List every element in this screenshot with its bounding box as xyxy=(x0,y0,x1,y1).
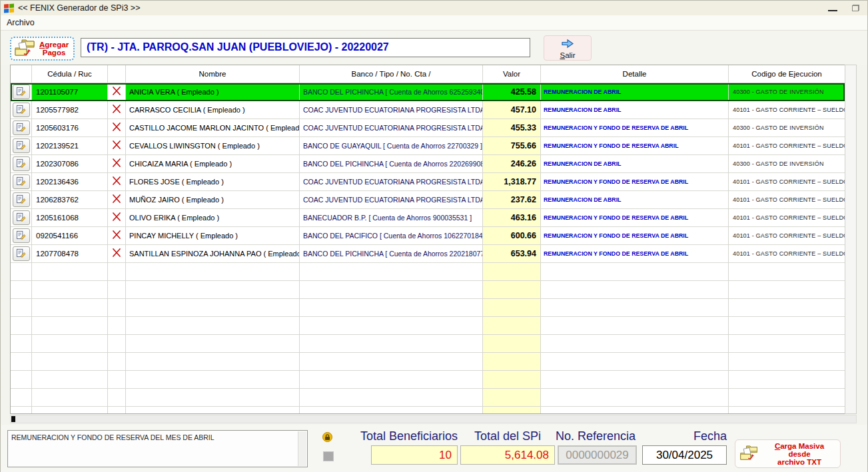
detalle-cell[interactable]: REMUNERACION Y FONDO DE RESERVA DE ABRIL xyxy=(541,245,729,263)
cedula-cell[interactable]: 1205603176 xyxy=(32,119,108,137)
carga-masiva-button[interactable]: Carga Masiva desde archivo TXT xyxy=(735,439,841,468)
header-nombre[interactable]: Nombre xyxy=(126,65,300,83)
detalle-cell[interactable]: REMUNERACION DE ABRIL xyxy=(541,191,729,209)
gray-indicator-button[interactable] xyxy=(323,451,334,461)
salir-button[interactable]: Salir xyxy=(544,35,592,61)
empty-table-row[interactable] xyxy=(11,317,845,335)
delete-row-button[interactable] xyxy=(112,86,121,98)
valor-cell[interactable]: 455.33 xyxy=(483,119,541,137)
banco-cell[interactable]: BANCO DEL PICHINCHA [ Cuenta de Ahorros … xyxy=(300,245,483,263)
valor-cell[interactable]: 425.58 xyxy=(483,83,541,101)
header-codigo[interactable]: Codigo de Ejecucion xyxy=(729,65,845,83)
delete-row-button[interactable] xyxy=(112,122,121,134)
banco-cell[interactable]: BANCO DEL PACIFICO [ Cuenta de Ahorros 1… xyxy=(300,227,483,245)
empty-table-row[interactable] xyxy=(11,371,845,389)
grid-vertical-scrollbar[interactable] xyxy=(845,65,857,414)
codigo-cell[interactable]: 40101 - GASTO CORRIENTE – SUELDOS xyxy=(729,191,845,209)
detalle-cell[interactable]: REMUNERACION Y FONDO DE RESERVA ABRIL xyxy=(541,137,729,155)
textarea-scrollbar[interactable] xyxy=(298,431,306,466)
cedula-cell[interactable]: 1202136436 xyxy=(32,173,108,191)
detalle-cell[interactable]: REMUNERACION Y FONDO DE RESERVA DE ABRIL xyxy=(541,209,729,227)
agregar-pagos-button[interactable]: Agregar Pagos xyxy=(10,37,75,61)
nombre-cell[interactable]: ANICIA VERA ( Empleado ) xyxy=(126,83,300,101)
edit-row-button[interactable] xyxy=(13,192,30,207)
delete-row-button[interactable] xyxy=(112,248,121,260)
valor-cell[interactable]: 600.66 xyxy=(483,227,541,245)
banco-cell[interactable]: BANCO DEL PICHINCHA [ Cuenta de Ahorros … xyxy=(300,83,483,101)
empty-table-row[interactable] xyxy=(11,353,845,371)
menu-archivo[interactable]: Archivo xyxy=(1,15,41,27)
valor-cell[interactable]: 463.16 xyxy=(483,209,541,227)
grid-horizontal-scrollbar[interactable] xyxy=(10,415,857,423)
codigo-cell[interactable]: 40300 - GASTO DE INVERSIÓN xyxy=(729,83,845,101)
fecha-field[interactable]: 30/04/2025 xyxy=(642,445,727,465)
edit-row-button[interactable] xyxy=(13,246,30,261)
delete-row-button[interactable] xyxy=(112,158,121,170)
cedula-cell[interactable]: 1202307086 xyxy=(32,155,108,173)
detalle-cell[interactable]: REMUNERACION Y FONDO DE RESERVA DE ABRIL xyxy=(541,227,729,245)
nombre-cell[interactable]: OLIVO ERIKA ( Empleado ) xyxy=(126,209,300,227)
payments-grid[interactable]: Cédula / Ruc Nombre Banco / Tipo / No. C… xyxy=(10,65,845,414)
cedula-cell[interactable]: 1205577982 xyxy=(32,101,108,119)
empty-table-row[interactable] xyxy=(11,281,845,299)
table-row[interactable]: 1207708478SANTILLAN ESPINOZA JOHANNA PAO… xyxy=(11,245,845,263)
nombre-cell[interactable]: CHICAIZA MARIA ( Empleado ) xyxy=(126,155,300,173)
valor-cell[interactable]: 237.62 xyxy=(483,191,541,209)
cedula-cell[interactable]: 0920541166 xyxy=(32,227,108,245)
codigo-cell[interactable]: 40101 - GASTO CORRIENTE – SUELDOS xyxy=(729,137,845,155)
nombre-cell[interactable]: FLORES JOSE ( Empleado ) xyxy=(126,173,300,191)
delete-row-button[interactable] xyxy=(112,194,121,206)
scrollbar-thumb[interactable] xyxy=(11,416,15,422)
nombre-cell[interactable]: CASTILLO JACOME MARLON JACINTO ( Emplead… xyxy=(126,119,300,137)
edit-row-button[interactable] xyxy=(13,228,30,243)
delete-row-button[interactable] xyxy=(112,140,121,152)
valor-cell[interactable]: 755.66 xyxy=(483,137,541,155)
banco-cell[interactable]: COAC JUVENTUD ECUATORIANA PROGRESISTA LT… xyxy=(300,173,483,191)
entity-title-field[interactable]: (TR) - JTA. PARROQ.SAN JUAN (PUEBLOVIEJO… xyxy=(81,38,530,57)
empty-table-row[interactable] xyxy=(11,299,845,317)
table-row[interactable]: 1205603176CASTILLO JACOME MARLON JACINTO… xyxy=(11,119,845,137)
cedula-cell[interactable]: 1201105077 xyxy=(32,83,108,101)
restore-icon[interactable] xyxy=(852,5,859,11)
edit-row-button[interactable] xyxy=(13,138,30,153)
banco-cell[interactable]: BANCO DEL PICHINCHA [ Cuenta de Ahorros … xyxy=(300,155,483,173)
edit-row-button[interactable] xyxy=(13,174,30,189)
delete-row-button[interactable] xyxy=(112,176,121,188)
delete-row-button[interactable] xyxy=(112,104,121,116)
codigo-cell[interactable]: 40101 - GASTO CORRIENTE – SUELDOS xyxy=(729,101,845,119)
cedula-cell[interactable]: 1206283762 xyxy=(32,191,108,209)
banco-cell[interactable]: COAC JUVENTUD ECUATORIANA PROGRESISTA LT… xyxy=(300,119,483,137)
codigo-cell[interactable]: 40101 - GASTO CORRIENTE – SUELDOS xyxy=(729,173,845,191)
table-row[interactable]: 1205577982CARRASCO CECILIA ( Empleado )C… xyxy=(11,101,845,119)
codigo-cell[interactable]: 40300 - GASTO DE INVERSIÓN xyxy=(729,155,845,173)
descripcion-textarea[interactable]: REMUNERACION Y FONDO DE RESERVA DEL MES … xyxy=(7,430,308,467)
table-row[interactable]: 1206283762MUÑOZ JAIRO ( Empleado )COAC J… xyxy=(11,191,845,209)
edit-row-button[interactable] xyxy=(13,156,30,171)
cedula-cell[interactable]: 1202139521 xyxy=(32,137,108,155)
delete-row-button[interactable] xyxy=(112,230,121,242)
cedula-cell[interactable]: 1207708478 xyxy=(32,245,108,263)
table-row[interactable]: 1202307086CHICAIZA MARIA ( Empleado )BAN… xyxy=(11,155,845,173)
nombre-cell[interactable]: MUÑOZ JAIRO ( Empleado ) xyxy=(126,191,300,209)
table-row[interactable]: 1202136436FLORES JOSE ( Empleado )COAC J… xyxy=(11,173,845,191)
valor-cell[interactable]: 246.26 xyxy=(483,155,541,173)
empty-table-row[interactable] xyxy=(11,407,845,414)
detalle-cell[interactable]: REMUNERACION DE ABRIL xyxy=(541,83,729,101)
table-row[interactable]: 1201105077ANICIA VERA ( Empleado )BANCO … xyxy=(11,83,845,101)
valor-cell[interactable]: 1,318.77 xyxy=(483,173,541,191)
banco-cell[interactable]: COAC JUVENTUD ECUATORIANA PROGRESISTA LT… xyxy=(300,101,483,119)
cedula-cell[interactable]: 1205161068 xyxy=(32,209,108,227)
delete-row-button[interactable] xyxy=(112,212,121,224)
empty-table-row[interactable] xyxy=(11,335,845,353)
nombre-cell[interactable]: CEVALLOS LIWINSGTON ( Empleado ) xyxy=(126,137,300,155)
codigo-cell[interactable]: 40101 - GASTO CORRIENTE – SUELDOS xyxy=(729,245,845,263)
nombre-cell[interactable]: PINCAY MICHELLY ( Empleado ) xyxy=(126,227,300,245)
minimize-icon[interactable] xyxy=(828,10,837,11)
banco-cell[interactable]: BANECUADOR B.P. [ Cuenta de Ahorros 9000… xyxy=(300,209,483,227)
nombre-cell[interactable]: SANTILLAN ESPINOZA JOHANNA PAO ( Emplead… xyxy=(126,245,300,263)
detalle-cell[interactable]: REMUNERACION DE ABRIL xyxy=(541,101,729,119)
detalle-cell[interactable]: REMUNERACION DE ABRIL xyxy=(541,155,729,173)
banco-cell[interactable]: BANCO DE GUAYAQUIL [ Cuenta de Ahorros 2… xyxy=(300,137,483,155)
codigo-cell[interactable]: 40300 - GASTO DE INVERSIÓN xyxy=(729,119,845,137)
edit-row-button[interactable] xyxy=(13,120,30,135)
